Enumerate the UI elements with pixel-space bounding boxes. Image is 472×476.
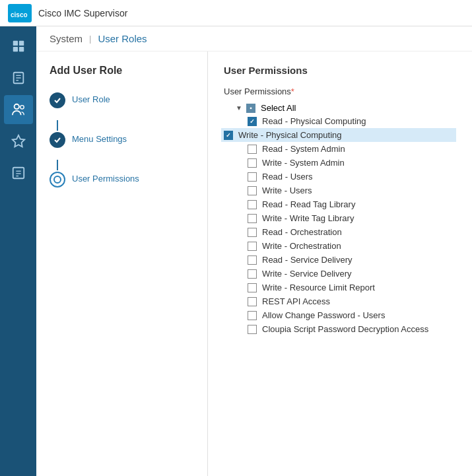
step-circle-user-role (50, 92, 65, 108)
permission-label-write-write-tag-library: Write - Write Tag Library (262, 213, 354, 223)
permission-row-cloupia-script-password: Cloupia Script Password Decryption Acces… (248, 322, 456, 336)
svg-point-10 (14, 104, 18, 109)
page-heading: Add User Role (50, 65, 194, 77)
permission-checkbox-read-service-delivery[interactable] (248, 255, 257, 265)
permission-row-write-resource-limit-report: Write - Resource Limit Report (248, 281, 456, 294)
step-connector-2 (57, 160, 58, 170)
step-circle-user-permissions (50, 172, 65, 187)
breadcrumb: System | User Roles (36, 26, 472, 51)
permission-label-read-system-admin: Read - System Admin (262, 144, 345, 154)
svg-rect-5 (18, 47, 23, 51)
select-all-checkbox[interactable] (246, 104, 255, 113)
permission-label-cloupia-script-password: Cloupia Script Password Decryption Acces… (262, 324, 428, 334)
sidebar-item-reports[interactable] (4, 63, 33, 92)
step-user-role[interactable]: User Role (50, 92, 194, 108)
permission-label-write-users: Write - Users (262, 186, 312, 195)
permission-label-rest-api-access: REST API Access (262, 296, 330, 306)
permission-row-read-read-tag-library: Read - Read Tag Library (248, 197, 456, 211)
breadcrumb-system[interactable]: System (50, 33, 83, 44)
step-label-user-permissions: User Permissions (72, 172, 139, 184)
permission-row-allow-change-password-users: Allow Change Password - Users (248, 308, 456, 322)
steps-panel: Add User Role User Role (36, 51, 208, 476)
sidebar-item-dashboard[interactable] (4, 32, 33, 61)
svg-rect-3 (18, 41, 23, 46)
permission-checkbox-read-orchestration[interactable] (248, 228, 257, 237)
cisco-logo: cisco (8, 4, 32, 22)
permission-row-read-orchestration: Read - Orchestration (248, 225, 456, 239)
sidebar (0, 26, 36, 476)
breadcrumb-current[interactable]: User Roles (98, 33, 147, 44)
permission-checkbox-write-orchestration[interactable] (248, 242, 257, 251)
field-label: User Permissions* (224, 86, 456, 96)
permission-checkbox-write-write-tag-library[interactable] (248, 214, 257, 223)
step-label-menu-settings: Menu Settings (72, 132, 127, 144)
step-user-permissions[interactable]: User Permissions (50, 172, 194, 187)
permission-row-rest-api-access: REST API Access (248, 294, 456, 308)
permission-checkbox-read-users[interactable] (248, 172, 257, 182)
breadcrumb-divider: | (89, 34, 91, 44)
permission-label-read-service-delivery: Read - Service Delivery (262, 255, 353, 265)
select-all-label: Select All (261, 103, 296, 113)
permissions-list: Read - Physical ComputingWrite - Physica… (224, 114, 456, 336)
svg-marker-12 (12, 135, 24, 147)
app-header: cisco Cisco IMC Supervisor (0, 0, 472, 26)
permission-label-write-physical-computing: Write - Physical Computing (238, 130, 342, 140)
permission-row-write-system-admin: Write - System Admin (248, 156, 456, 170)
sidebar-item-favorites[interactable] (4, 127, 33, 156)
permission-label-write-service-delivery: Write - Service Delivery (262, 269, 352, 279)
svg-rect-2 (13, 41, 17, 46)
permission-label-read-physical-computing: Read - Physical Computing (262, 116, 366, 126)
content-area: System | User Roles Add User Role User R… (36, 26, 472, 476)
app-title: Cisco IMC Supervisor (38, 8, 127, 18)
permission-label-read-users: Read - Users (262, 172, 313, 182)
permission-row-read-physical-computing: Read - Physical Computing (248, 114, 456, 128)
permission-checkbox-write-service-delivery[interactable] (248, 269, 257, 279)
svg-point-17 (54, 176, 61, 183)
svg-text:cisco: cisco (11, 11, 28, 18)
svg-point-11 (20, 106, 24, 110)
permission-label-read-orchestration: Read - Orchestration (262, 227, 342, 237)
permission-label-allow-change-password-users: Allow Change Password - Users (262, 310, 385, 320)
permission-row-write-service-delivery: Write - Service Delivery (248, 267, 456, 281)
svg-rect-13 (13, 168, 24, 179)
permission-label-write-system-admin: Write - System Admin (262, 158, 345, 168)
permission-row-write-users: Write - Users (248, 184, 456, 197)
permission-row-write-orchestration: Write - Orchestration (248, 239, 456, 253)
permission-row-read-system-admin: Read - System Admin (248, 142, 456, 156)
permissions-tree: ▼ Select All Read - Physical ComputingWr… (224, 103, 456, 336)
permission-checkbox-allow-change-password-users[interactable] (248, 311, 257, 320)
sidebar-item-tasks[interactable] (4, 158, 33, 187)
permission-row-read-service-delivery: Read - Service Delivery (248, 253, 456, 267)
step-label-user-role: User Role (72, 92, 110, 104)
main-layout: System | User Roles Add User Role User R… (0, 26, 472, 476)
expand-all-btn[interactable]: ▼ (234, 104, 244, 113)
select-all-row: ▼ Select All (234, 103, 456, 113)
step-circle-menu-settings (50, 132, 65, 148)
permission-checkbox-cloupia-script-password[interactable] (248, 325, 257, 334)
permission-checkbox-rest-api-access[interactable] (248, 297, 257, 306)
permission-checkbox-read-physical-computing[interactable] (248, 117, 257, 126)
permission-checkbox-write-resource-limit-report[interactable] (248, 283, 257, 292)
permission-label-write-orchestration: Write - Orchestration (262, 241, 341, 251)
permission-checkbox-read-read-tag-library[interactable] (248, 200, 257, 209)
page-body: Add User Role User Role (36, 51, 472, 476)
permission-label-read-read-tag-library: Read - Read Tag Library (262, 199, 355, 209)
permission-label-write-resource-limit-report: Write - Resource Limit Report (262, 283, 375, 292)
section-title: User Permissions (224, 65, 456, 76)
step-connector-1 (57, 120, 58, 131)
main-panel: User Permissions User Permissions* ▼ Sel… (208, 51, 472, 476)
step-menu-settings[interactable]: Menu Settings (50, 132, 194, 148)
permission-row-write-physical-computing: Write - Physical Computing (221, 128, 456, 142)
permission-checkbox-write-users[interactable] (248, 186, 257, 195)
permission-checkbox-write-physical-computing[interactable] (224, 131, 233, 140)
permission-checkbox-write-system-admin[interactable] (248, 158, 257, 168)
permission-checkbox-read-system-admin[interactable] (248, 145, 257, 154)
svg-rect-4 (13, 47, 17, 51)
permission-row-read-users: Read - Users (248, 170, 456, 184)
sidebar-item-users[interactable] (4, 95, 33, 124)
permission-row-write-write-tag-library: Write - Write Tag Library (248, 211, 456, 225)
